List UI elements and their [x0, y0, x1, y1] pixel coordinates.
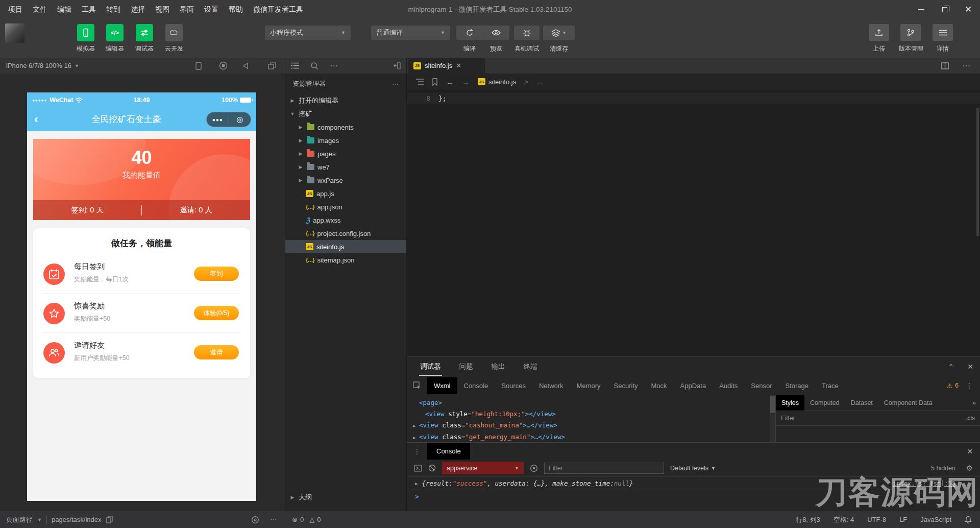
checkin-button[interactable]: 签到	[194, 267, 239, 281]
close-button[interactable]: ✕	[957, 0, 980, 19]
cloud-dev-button[interactable]	[165, 24, 183, 41]
encoding-setting[interactable]: UTF-8	[867, 516, 886, 523]
hidden-messages-count[interactable]: 5 hidden	[931, 465, 955, 472]
tab-problems[interactable]: 问题	[459, 362, 473, 371]
console-tab[interactable]: Console	[427, 443, 470, 460]
page-path-value[interactable]: pages/task/index	[52, 516, 102, 523]
simulator-toggle-button[interactable]	[77, 24, 94, 41]
bell-icon[interactable]	[965, 516, 972, 523]
wxml-scrollbar[interactable]	[770, 395, 775, 442]
cls-toggle[interactable]: .cls	[966, 415, 975, 422]
console-filter-input[interactable]	[544, 463, 664, 474]
devtab-sensor[interactable]: Sensor	[744, 377, 778, 394]
more-icon[interactable]: ⋯	[266, 511, 281, 528]
bookmark-icon[interactable]	[432, 78, 438, 86]
tab-debugger[interactable]: 调试器	[420, 362, 441, 371]
wxml-node[interactable]: <page>	[419, 399, 442, 406]
tree-item-sitemap-json[interactable]: {…} sitemap.json	[285, 253, 406, 267]
console-prompt[interactable]: >	[407, 490, 980, 503]
gear-icon[interactable]: ⚙	[966, 464, 973, 473]
tree-item-app-json[interactable]: {…} app.json	[285, 200, 406, 213]
expand-arrow-icon[interactable]: ▶	[415, 481, 418, 486]
devtab-storage[interactable]: Storage	[779, 377, 816, 394]
devtab-audits[interactable]: Audits	[713, 377, 744, 394]
devtab-security[interactable]: Security	[607, 377, 645, 394]
expand-arrow-icon[interactable]: ▶	[413, 420, 419, 431]
styles-filter-input[interactable]	[781, 415, 966, 422]
tab-computed[interactable]: Computed	[804, 395, 845, 411]
tab-styles[interactable]: Styles	[776, 395, 804, 411]
outline-list-icon[interactable]	[416, 79, 424, 85]
wxml-tree[interactable]: <page> <view style="height:10px;"></view…	[407, 395, 775, 442]
forward-arrow-icon[interactable]: →	[462, 78, 470, 86]
preview-button[interactable]	[483, 26, 510, 40]
breadcrumb-more[interactable]: ...	[536, 78, 542, 86]
tree-item-images[interactable]: ▶ images	[285, 134, 406, 147]
device-debug-button[interactable]	[514, 26, 540, 40]
context-select[interactable]: appservice ▼	[442, 462, 524, 474]
version-control-button[interactable]	[900, 24, 921, 41]
language-mode[interactable]: JavaScript	[920, 516, 951, 523]
menu-interface[interactable]: 界面	[175, 5, 199, 14]
mute-icon[interactable]	[239, 58, 255, 74]
tab-dataset[interactable]: Dataset	[845, 395, 878, 411]
console-menu-icon[interactable]: ⋮	[407, 447, 427, 455]
tree-item-wxparse[interactable]: ▶ wxParse	[285, 174, 406, 187]
explorer-more-icon[interactable]: ⋯	[392, 80, 399, 88]
code-editor[interactable]: 8 };	[407, 90, 980, 172]
editor-toggle-button[interactable]: </>	[106, 24, 124, 41]
devtab-trace[interactable]: Trace	[815, 377, 845, 394]
restore-button[interactable]	[933, 0, 957, 19]
minimize-button[interactable]	[910, 0, 933, 19]
debugger-toggle-button[interactable]	[136, 24, 153, 41]
devtab-appdata[interactable]: AppData	[674, 377, 713, 394]
rotate-device-icon[interactable]	[191, 58, 206, 74]
warning-badge[interactable]: ⚠ 6	[947, 382, 963, 390]
tree-item-project-config[interactable]: {…} project.config.json	[285, 227, 406, 240]
eol-setting[interactable]: LF	[899, 516, 907, 523]
page-path-label[interactable]: 页面路径	[6, 515, 33, 524]
cursor-position[interactable]: 行8, 列3	[796, 515, 820, 524]
clear-console-icon[interactable]	[428, 464, 436, 472]
wxml-node[interactable]: <view	[419, 421, 442, 429]
inspect-element-icon[interactable]	[407, 381, 427, 390]
devtab-sources[interactable]: Sources	[495, 377, 532, 394]
menu-select[interactable]: 选择	[126, 5, 150, 14]
tab-terminal[interactable]: 终端	[524, 362, 537, 371]
menu-edit[interactable]: 编辑	[52, 5, 77, 14]
errors-icon[interactable]: ⊗	[292, 516, 298, 523]
menu-project[interactable]: 项目	[3, 5, 28, 14]
tree-item-pages[interactable]: ▶ pages	[285, 147, 406, 160]
tree-item-app-wxss[interactable]: ℨ app.wxss	[285, 213, 406, 227]
split-editor-icon[interactable]	[937, 58, 952, 74]
breadcrumb-file[interactable]: siteinfo.js	[488, 78, 516, 86]
tab-output[interactable]: 输出	[492, 362, 505, 371]
mode-select[interactable]: 小程序模式 ▼	[265, 26, 351, 40]
editor-more-icon[interactable]: ⋯	[959, 58, 974, 74]
clear-cache-button[interactable]: ▼	[543, 26, 575, 40]
devtab-network[interactable]: Network	[532, 377, 570, 394]
copy-icon[interactable]	[106, 516, 113, 523]
devtab-console[interactable]: Console	[457, 377, 495, 394]
file-list-icon[interactable]	[287, 58, 303, 74]
tab-component-data[interactable]: Component Data	[878, 395, 938, 411]
compile-button[interactable]	[456, 26, 483, 40]
avatar[interactable]	[5, 23, 24, 43]
menu-file[interactable]: 文件	[28, 5, 52, 14]
outline-section[interactable]: ▶ 大纲	[285, 491, 406, 504]
dock-pin-icon[interactable]	[389, 58, 405, 74]
menu-view[interactable]: 视图	[150, 5, 175, 14]
warnings-count[interactable]: 0	[317, 516, 321, 523]
more-tabs-icon[interactable]: »	[972, 399, 980, 406]
expand-arrow-icon[interactable]: ▶	[413, 432, 419, 442]
eye-icon[interactable]	[248, 511, 262, 528]
indent-setting[interactable]: 空格: 4	[834, 515, 854, 524]
drawer-toggle-icon[interactable]	[414, 465, 422, 472]
tree-item-we7[interactable]: ▶ we7	[285, 160, 406, 174]
open-editors-section[interactable]: ▶ 打开的编辑器	[285, 94, 406, 107]
collapse-panel-icon[interactable]: ⌃	[942, 357, 960, 376]
more-icon[interactable]: ⋯	[326, 58, 341, 74]
detail-button[interactable]	[933, 24, 953, 41]
tree-item-components[interactable]: ▶ components	[285, 121, 406, 134]
tab-close-icon[interactable]: ✕	[456, 62, 461, 69]
